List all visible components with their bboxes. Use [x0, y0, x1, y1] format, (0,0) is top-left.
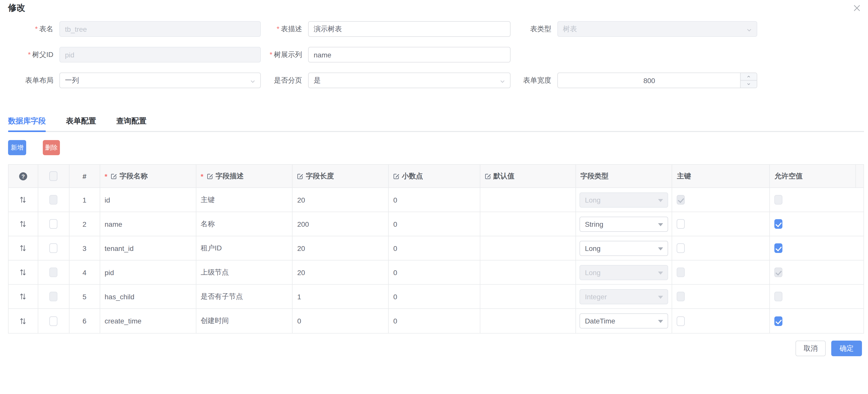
- row-checkbox[interactable]: [50, 219, 58, 229]
- delete-button[interactable]: 删除: [43, 140, 60, 155]
- row-checkbox[interactable]: [50, 316, 58, 326]
- field-label: 表类型: [530, 25, 551, 33]
- help-icon[interactable]: ?: [19, 172, 27, 180]
- primary-key-checkbox: [677, 195, 685, 204]
- field-length-cell[interactable]: 20: [293, 236, 389, 260]
- default-value-cell[interactable]: [480, 236, 576, 260]
- form-width-input[interactable]: 800: [557, 73, 757, 88]
- field-desc-cell[interactable]: 上级节点: [196, 260, 293, 284]
- form-layout-select[interactable]: 一列: [59, 73, 261, 88]
- field-desc-cell[interactable]: 是否有子节点: [196, 285, 293, 308]
- allow-null-checkbox: [774, 292, 782, 301]
- primary-key-checkbox[interactable]: [677, 316, 685, 326]
- allow-null-checkbox[interactable]: [774, 243, 782, 253]
- field-name-column-header: * 字段名称: [100, 165, 196, 188]
- drag-sort-icon[interactable]: [20, 269, 26, 276]
- field-type-cell: Long: [576, 236, 673, 260]
- drag-sort-icon[interactable]: [20, 244, 26, 252]
- primary-key-checkbox[interactable]: [677, 243, 685, 253]
- required-asterisk: *: [270, 50, 272, 58]
- drag-sort-icon[interactable]: [20, 196, 26, 203]
- drag-handle-cell: [8, 212, 38, 236]
- field-length-cell[interactable]: 20: [293, 260, 389, 284]
- default-value-cell[interactable]: [480, 260, 576, 284]
- field-name-cell[interactable]: tenant_id: [100, 236, 196, 260]
- tab-database-fields[interactable]: 数据库字段: [8, 116, 46, 131]
- select-all-checkbox[interactable]: [50, 171, 58, 181]
- field-length-cell[interactable]: 20: [293, 188, 389, 212]
- decimal-cell[interactable]: 0: [389, 285, 480, 308]
- required-asterisk: *: [200, 172, 204, 180]
- allow-null-cell: [770, 260, 864, 284]
- decimal-cell[interactable]: 0: [389, 236, 480, 260]
- field-type-select[interactable]: String: [579, 217, 668, 231]
- table-header: ? # * 字段名称 * 字段描述 字段长度 小数点: [8, 165, 864, 188]
- required-asterisk: *: [28, 50, 31, 58]
- field-desc-cell[interactable]: 主键: [196, 188, 293, 212]
- field-length-cell[interactable]: 1: [293, 285, 389, 308]
- drag-sort-icon[interactable]: [20, 317, 26, 325]
- confirm-button[interactable]: 确定: [831, 341, 862, 356]
- pagination-select[interactable]: 是: [308, 73, 510, 88]
- default-value-cell[interactable]: [480, 309, 576, 333]
- edit-icon: [297, 173, 304, 179]
- primary-key-checkbox: [677, 268, 685, 277]
- allow-null-checkbox[interactable]: [774, 219, 782, 229]
- drag-sort-icon[interactable]: [20, 293, 26, 300]
- allow-null-cell: [770, 212, 864, 236]
- field-name-cell[interactable]: has_child: [100, 285, 196, 308]
- tree-parent-id-input: pid: [59, 47, 261, 62]
- chevron-down-icon: [250, 78, 256, 86]
- default-value-column-header: 默认值: [480, 165, 576, 188]
- field-desc-cell[interactable]: 租户ID: [196, 236, 293, 260]
- table-row: 1 id 主键 20 0 Long: [8, 188, 864, 212]
- field-type-select[interactable]: DateTime: [579, 313, 668, 329]
- primary-key-cell: [673, 188, 770, 212]
- form-item-tree-display-col: *树展示列 name: [308, 47, 510, 62]
- field-length-cell[interactable]: 0: [293, 309, 389, 333]
- primary-key-cell: [673, 212, 770, 236]
- field-name-cell[interactable]: pid: [100, 260, 196, 284]
- allow-null-checkbox: [774, 195, 782, 204]
- field-desc-cell[interactable]: 名称: [196, 212, 293, 236]
- tree-display-col-input[interactable]: name: [308, 47, 510, 62]
- default-value-cell[interactable]: [480, 285, 576, 308]
- decimal-column-header: 小数点: [389, 165, 480, 188]
- spinner-up-button[interactable]: [741, 73, 757, 81]
- caret-down-icon: [658, 296, 663, 299]
- field-name-cell[interactable]: name: [100, 212, 196, 236]
- default-value-cell[interactable]: [480, 188, 576, 212]
- close-icon[interactable]: [852, 3, 862, 12]
- add-button[interactable]: 新增: [8, 140, 26, 155]
- field-name-cell[interactable]: id: [100, 188, 196, 212]
- tab-query-config[interactable]: 查询配置: [116, 116, 147, 131]
- decimal-cell[interactable]: 0: [389, 212, 480, 236]
- field-desc-column-header: * 字段描述: [196, 165, 293, 188]
- default-value-cell[interactable]: [480, 212, 576, 236]
- drag-sort-icon[interactable]: [20, 220, 26, 228]
- row-checkbox[interactable]: [50, 243, 58, 253]
- seq-column-header: #: [69, 165, 100, 188]
- field-name-cell[interactable]: create_time: [100, 309, 196, 333]
- field-label: 表单宽度: [523, 76, 551, 84]
- decimal-cell[interactable]: 0: [389, 309, 480, 333]
- decimal-cell[interactable]: 0: [389, 260, 480, 284]
- field-length-cell[interactable]: 200: [293, 212, 389, 236]
- field-type-select[interactable]: Long: [579, 241, 668, 256]
- cancel-button[interactable]: 取消: [796, 341, 826, 356]
- primary-key-cell: [673, 285, 770, 308]
- field-desc-cell[interactable]: 创建时间: [196, 309, 293, 333]
- table-row: 2 name 名称 200 0 String: [8, 212, 864, 236]
- form-item-form-layout: 表单布局 一列: [59, 73, 261, 88]
- primary-key-checkbox[interactable]: [677, 219, 685, 229]
- row-checkbox: [50, 292, 58, 301]
- table-desc-input[interactable]: 演示树表: [308, 21, 510, 37]
- decimal-cell[interactable]: 0: [389, 188, 480, 212]
- seq-cell: 5: [69, 285, 100, 308]
- primary-key-cell: [673, 236, 770, 260]
- field-label: 是否分页: [274, 76, 302, 84]
- allow-null-checkbox[interactable]: [774, 316, 782, 326]
- field-type-cell: Long: [576, 188, 673, 212]
- tab-form-config[interactable]: 表单配置: [66, 116, 96, 131]
- spinner-down-button[interactable]: [741, 81, 757, 88]
